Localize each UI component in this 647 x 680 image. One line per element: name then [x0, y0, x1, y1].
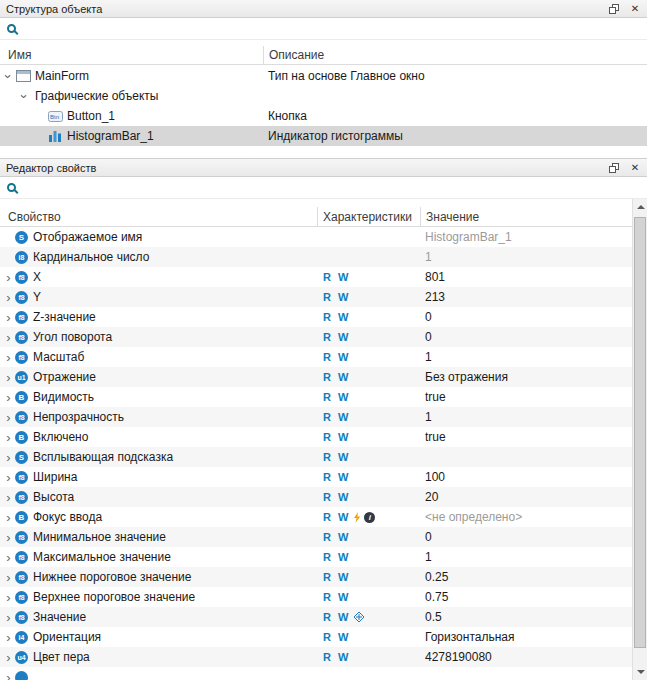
property-row[interactable]: ›i4ОриентацияR WГоризонтальная	[0, 627, 632, 647]
chevron-right-icon[interactable]: ›	[3, 531, 14, 544]
chevron-right-icon[interactable]: ›	[3, 671, 14, 680]
chevron-right-icon[interactable]: ›	[3, 451, 14, 464]
structure-search-field[interactable]	[0, 18, 647, 40]
property-row[interactable]: ›f8Угол поворотаR W0	[0, 327, 632, 347]
read-write-flags: R W	[323, 631, 350, 643]
property-name: Кардинальное число	[33, 250, 149, 264]
property-row[interactable]: ›f8Z-значениеR W0	[0, 307, 632, 327]
tree-row[interactable]: ›MainFormТип на основе Главное окно	[0, 66, 647, 86]
chevron-right-icon[interactable]: ›	[3, 511, 14, 524]
tree-row[interactable]: HistogramBar_1Индикатор гистограммы	[0, 126, 647, 146]
tree-row[interactable]: ›Графические объекты	[0, 86, 647, 106]
property-row[interactable]: ›BВключеноR Wtrue	[0, 427, 632, 447]
column-header-name[interactable]: Имя	[0, 48, 263, 62]
type-badge: f8	[15, 471, 28, 484]
float-button[interactable]	[608, 3, 620, 15]
property-row[interactable]: ›f8НепрозрачностьR W1	[0, 407, 632, 427]
property-row[interactable]: ›f8Максимальное значениеR W1	[0, 547, 632, 567]
column-header-property[interactable]: Свойство	[0, 207, 317, 227]
chevron-right-icon[interactable]: ›	[3, 651, 14, 664]
column-header-characteristics[interactable]: Характеристики	[317, 207, 420, 227]
property-name: Включено	[33, 430, 88, 444]
property-value: 4278190080	[420, 650, 632, 664]
property-value: 801	[420, 270, 632, 284]
chevron-right-icon[interactable]: ›	[3, 491, 14, 504]
property-row[interactable]: ›	[0, 667, 632, 680]
property-name: Видимость	[33, 390, 94, 404]
chevron-right-icon[interactable]: ›	[3, 551, 14, 564]
chevron-right-icon[interactable]: ›	[3, 371, 14, 384]
tree-item-label: Button_1	[67, 109, 115, 123]
column-header-value[interactable]: Значение	[420, 207, 632, 227]
property-characteristics-cell: R W	[317, 291, 420, 303]
properties-panel-titlebar: Редактор свойств ✕	[0, 159, 647, 177]
property-value: true	[420, 390, 632, 404]
property-row[interactable]: ›u4Цвет пераR W4278190080	[0, 647, 632, 667]
read-write-flags: R W	[323, 571, 350, 583]
chevron-right-icon[interactable]: ›	[3, 611, 14, 624]
property-row[interactable]: ›u1ОтражениеR WБез отражения	[0, 367, 632, 387]
scroll-up-button[interactable]	[633, 199, 647, 215]
property-row[interactable]: SОтображаемое имяHistogramBar_1	[0, 227, 632, 247]
property-row[interactable]: ›f8ВысотаR W20	[0, 487, 632, 507]
expander-icon[interactable]: ›	[18, 90, 31, 103]
property-characteristics-cell: R W	[317, 271, 420, 283]
structure-panel-title: Структура объекта	[6, 3, 608, 15]
tree-item-label: Графические объекты	[35, 89, 158, 103]
type-badge: i4	[15, 631, 28, 644]
property-name-cell: ›f8X	[0, 270, 317, 284]
chevron-right-icon[interactable]: ›	[3, 271, 14, 284]
chevron-right-icon[interactable]: ›	[3, 291, 14, 304]
property-name: Отображаемое имя	[33, 230, 142, 244]
chevron-right-icon[interactable]: ›	[3, 411, 14, 424]
property-row[interactable]: ›f8Нижнее пороговое значениеR W0.25	[0, 567, 632, 587]
property-row[interactable]: ›f8Верхнее пороговое значениеR W0.75	[0, 587, 632, 607]
search-icon	[7, 183, 16, 192]
histogram-icon	[48, 130, 63, 143]
property-characteristics-cell: R W	[317, 531, 420, 543]
property-row[interactable]: ›BВидимостьR Wtrue	[0, 387, 632, 407]
chevron-right-icon[interactable]: ›	[3, 431, 14, 444]
property-name: Ширина	[33, 470, 77, 484]
column-header-description[interactable]: Описание	[263, 46, 647, 65]
scrollbar-thumb[interactable]	[634, 217, 646, 648]
property-characteristics-cell: R W	[317, 611, 420, 623]
properties-search-field[interactable]	[0, 177, 647, 199]
property-row[interactable]: ›f8ШиринаR W100	[0, 467, 632, 487]
property-row[interactable]: ›SВсплывающая подсказкаR W	[0, 447, 632, 467]
chevron-right-icon[interactable]: ›	[3, 631, 14, 644]
chevron-right-icon[interactable]: ›	[3, 391, 14, 404]
expander-icon[interactable]: ›	[2, 70, 15, 83]
scroll-down-button[interactable]	[633, 664, 647, 680]
vertical-scrollbar[interactable]	[632, 199, 647, 680]
float-button[interactable]	[608, 162, 620, 174]
chevron-right-icon[interactable]: ›	[3, 331, 14, 344]
property-name-cell: ›u4Цвет пера	[0, 650, 317, 664]
property-row[interactable]: i8Кардинальное число1	[0, 247, 632, 267]
chevron-right-icon[interactable]: ›	[3, 351, 14, 364]
property-characteristics-cell: R W	[317, 591, 420, 603]
property-row[interactable]: ›f8XR W801	[0, 267, 632, 287]
property-row[interactable]: ›f8ЗначениеR W0.5	[0, 607, 632, 627]
close-button[interactable]: ✕	[629, 162, 641, 174]
close-button[interactable]: ✕	[629, 3, 641, 15]
property-row[interactable]: ›f8МасштабR W1	[0, 347, 632, 367]
property-row[interactable]: ›f8YR W213	[0, 287, 632, 307]
read-write-flags: R W	[323, 411, 350, 423]
property-value: 1	[420, 550, 632, 564]
chevron-right-icon[interactable]: ›	[3, 591, 14, 604]
chevron-right-icon[interactable]: ›	[3, 471, 14, 484]
property-name: Цвет пера	[33, 650, 90, 664]
property-value: true	[420, 430, 632, 444]
property-characteristics-cell: R W	[317, 651, 420, 663]
property-row[interactable]: ›BФокус вводаR Wi<не определено>	[0, 507, 632, 527]
property-row[interactable]: ›f8Минимальное значениеR W0	[0, 527, 632, 547]
tree-row[interactable]: BtnButton_1Кнопка	[0, 106, 647, 126]
chevron-right-icon[interactable]: ›	[3, 311, 14, 324]
property-name: Масштаб	[33, 350, 84, 364]
property-name: Высота	[33, 490, 74, 504]
read-write-flags: R W	[323, 431, 350, 443]
chevron-right-icon[interactable]: ›	[3, 571, 14, 584]
float-window-icon	[609, 163, 619, 173]
type-badge	[15, 671, 28, 680]
